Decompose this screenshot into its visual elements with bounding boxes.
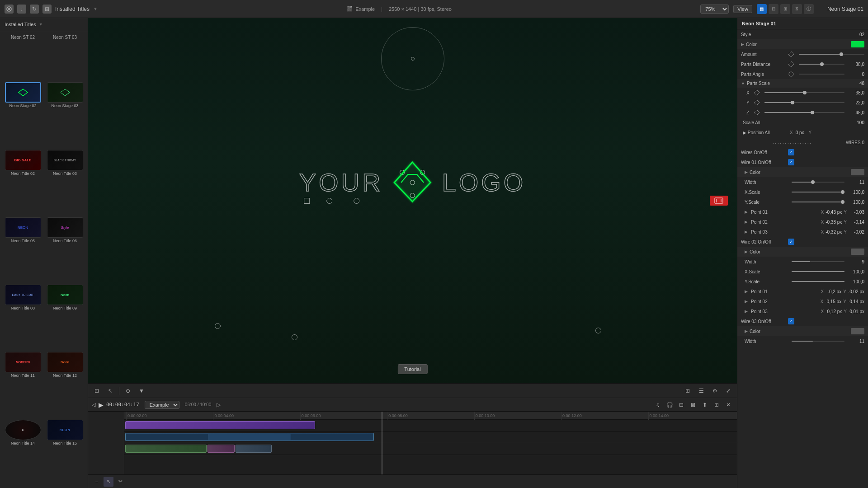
grid-view[interactable]: ⊞ xyxy=(683,386,693,396)
expand-timeline[interactable]: ⊞ xyxy=(712,400,722,410)
parts-distance-slider[interactable] xyxy=(799,64,844,65)
zoom-select[interactable]: 75% 100% 50% xyxy=(700,5,729,14)
thumbnail-neon-title-14[interactable]: ● Neon Title 14 xyxy=(3,420,43,485)
color-section-header[interactable]: ▶ Color xyxy=(737,39,868,49)
dropdown-arrow[interactable]: ▼ xyxy=(93,6,98,11)
export-icon[interactable]: ⬆ xyxy=(700,400,710,410)
transform-tool[interactable]: ⊙ xyxy=(123,386,133,396)
clip-tool[interactable]: ⊟ xyxy=(676,400,686,410)
sidebar-dropdown[interactable]: ▼ xyxy=(39,22,43,27)
thumbnail-neon-stage-02[interactable]: Neon Stage 02 xyxy=(3,82,43,148)
wire02-on-off-toggle[interactable]: ✓ xyxy=(788,239,794,245)
timeline-ruler: 0:00:02:00 0:00:04:00 0:00:06:00 0:00:08… xyxy=(124,412,737,420)
panel-icon-2[interactable]: ⊟ xyxy=(769,4,778,14)
neon-stage-clip[interactable] xyxy=(125,421,315,429)
y-slider[interactable] xyxy=(764,102,844,103)
parts-scale-section[interactable]: ▼ Parts Scale 48 xyxy=(737,79,868,88)
wire01-xscale-handle[interactable] xyxy=(841,190,844,194)
wire01-yscale-value: 100,0 xyxy=(846,200,864,205)
expand-btn[interactable]: ⤢ xyxy=(723,386,733,396)
refresh-icon[interactable]: ↻ xyxy=(30,5,39,14)
installed-titles-label[interactable]: Installed Titles xyxy=(55,6,90,12)
pointer-tool[interactable]: ↖ xyxy=(105,386,115,396)
wire03-on-off-toggle[interactable]: ✓ xyxy=(788,318,794,324)
svg-marker-14 xyxy=(754,110,760,115)
wire02-width-slider[interactable] xyxy=(792,261,844,262)
share-icon[interactable]: ⊞ xyxy=(42,5,52,14)
wire02-xscale-slider[interactable] xyxy=(792,271,844,272)
import-icon[interactable]: ↓ xyxy=(17,5,26,14)
wire01-yscale-slider[interactable] xyxy=(792,202,844,202)
audio-clip-3 xyxy=(236,445,272,453)
expand-tool[interactable]: ▼ xyxy=(137,386,146,396)
thumbnail-neon-title-09[interactable]: Neon Neon Title 09 xyxy=(45,285,85,350)
thumbnail-neon-title-15[interactable]: NEON Neon Title 15 xyxy=(45,420,85,485)
z-handle[interactable] xyxy=(811,111,814,114)
point01-arrow: ▶ xyxy=(745,210,748,214)
neon-st-02-label: Neon ST 02 xyxy=(3,35,43,80)
preview-canvas[interactable]: YOUR xyxy=(88,18,737,383)
wire03-color-header[interactable]: ▶ Color xyxy=(737,326,868,336)
wire01-width-handle[interactable] xyxy=(811,180,815,184)
zoom-out-btn[interactable]: − xyxy=(92,477,102,487)
wire02-color-header[interactable]: ▶ Color xyxy=(737,247,868,257)
wires-divider: ................ WIRES 0 xyxy=(737,137,868,147)
wire03-width-slider[interactable] xyxy=(792,341,844,342)
audio-icon[interactable]: ♫ xyxy=(653,400,663,410)
parts-distance-handle[interactable] xyxy=(820,62,824,66)
wires-on-off-toggle[interactable]: ✓ xyxy=(788,149,794,155)
next-btn[interactable]: ▷ xyxy=(217,402,221,408)
parts-distance-row: Parts Distance 38,0 xyxy=(737,59,868,69)
panel-icon-info[interactable]: ⓘ xyxy=(804,4,814,14)
amount-slider-container xyxy=(788,51,794,57)
wire03-color-label: Color xyxy=(750,329,760,334)
x-slider[interactable] xyxy=(764,92,844,93)
wire01-color-header[interactable]: ▶ Color xyxy=(737,167,868,177)
list-view[interactable]: ☰ xyxy=(696,386,706,396)
y-handle[interactable] xyxy=(791,101,794,104)
wire01-width-slider[interactable] xyxy=(792,182,844,183)
amount-slider[interactable] xyxy=(799,54,864,55)
cut-tool[interactable]: ✂ xyxy=(115,477,125,487)
prev-btn[interactable]: ◁ xyxy=(92,402,96,408)
parts-angle-slider[interactable] xyxy=(799,74,844,75)
panel-icon-1[interactable]: ▦ xyxy=(757,4,767,14)
x-diamond xyxy=(754,89,760,96)
headphone-icon[interactable]: 🎧 xyxy=(665,400,675,410)
panel-icon-3[interactable]: ⊞ xyxy=(780,4,790,14)
wire02-yscale-slider[interactable] xyxy=(792,281,844,282)
y-fill xyxy=(764,102,793,103)
thumbnail-neon-title-05[interactable]: NEON Neon Title 05 xyxy=(3,217,43,283)
thumbnail-neon-title-11[interactable]: MODERN Neon Title 11 xyxy=(3,352,43,418)
wires-on-off-row: Wires On/Off ✓ xyxy=(737,147,868,157)
z-slider[interactable] xyxy=(764,112,844,113)
timeline-playhead[interactable] xyxy=(382,412,382,474)
tutorial-button[interactable]: Tutorial xyxy=(397,364,427,374)
thumbnail-neon-title-06[interactable]: Style Neon Title 06 xyxy=(45,217,85,283)
wire01-yscale-handle[interactable] xyxy=(841,200,844,204)
panel-icon-4[interactable]: ⧖ xyxy=(792,4,802,14)
example-label: Example xyxy=(355,6,375,12)
view-button[interactable]: View xyxy=(733,5,752,13)
select-tool[interactable]: ↖ xyxy=(104,477,113,487)
x-fill xyxy=(764,92,805,93)
thumbnail-neon-title-02[interactable]: BIG SALE Neon Title 02 xyxy=(3,150,43,216)
play-button[interactable]: ▶ xyxy=(99,401,104,408)
clip-selector[interactable]: Example xyxy=(145,401,179,409)
wire01-on-off-toggle[interactable]: ✓ xyxy=(788,159,794,165)
ruler-mark-2: 0:00:04:00 xyxy=(213,412,300,420)
thumbnail-neon-title-12[interactable]: Neon Neon Title 12 xyxy=(45,352,85,418)
close-timeline[interactable]: ✕ xyxy=(723,400,733,410)
wire01-xscale-slider[interactable] xyxy=(792,192,844,192)
position-all-label: ▶ Position All xyxy=(741,130,786,135)
settings-icon[interactable]: ⚙ xyxy=(710,386,720,396)
thumbnail-neon-title-03[interactable]: BLACK FRIDAY Neon Title 03 xyxy=(45,150,85,216)
thumbnail-neon-stage-03[interactable]: Neon Stage 03 xyxy=(45,82,85,148)
z-row: Z 48,0 xyxy=(737,108,868,117)
crop-tool[interactable]: ⊡ xyxy=(92,386,102,396)
thumbnail-neon-title-08[interactable]: EASY TO EDIT Neon Title 08 xyxy=(3,285,43,350)
amount-slider-handle[interactable] xyxy=(840,52,843,56)
multi-tool[interactable]: ⊠ xyxy=(688,400,698,410)
x-handle[interactable] xyxy=(803,91,807,94)
video-clip[interactable] xyxy=(125,433,374,441)
